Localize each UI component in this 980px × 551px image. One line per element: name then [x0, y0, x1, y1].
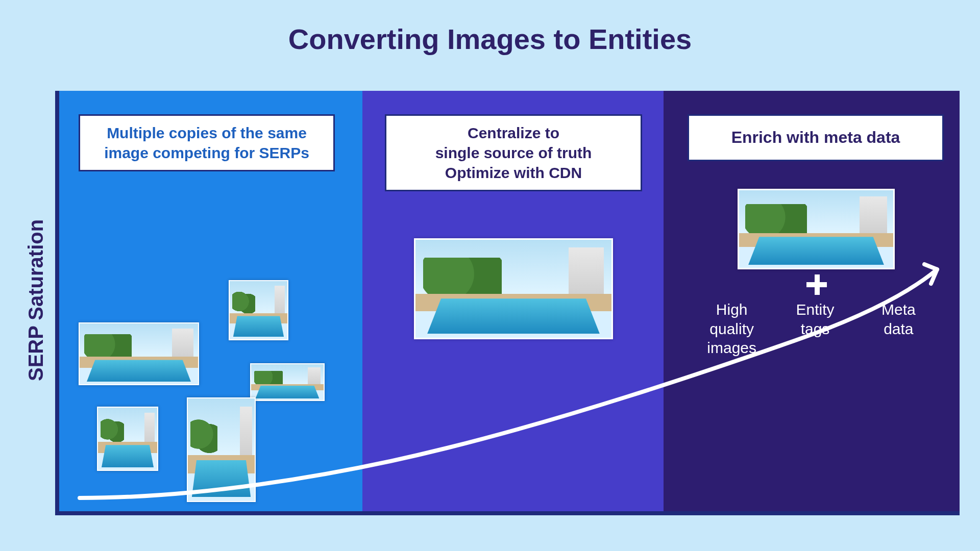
page-title: Converting Images to Entities [0, 22, 980, 56]
plus-icon [806, 274, 827, 295]
pool-thumbnail-enriched [738, 189, 895, 269]
meta-label-images: High qualityimages [690, 300, 773, 358]
y-axis-line [55, 91, 59, 515]
pool-thumbnail [250, 363, 325, 401]
pool-thumbnail [229, 280, 288, 340]
pool-thumbnail-centralized [414, 238, 613, 339]
y-axis-label: SERP Saturation [26, 91, 46, 509]
pool-thumbnail [79, 322, 199, 385]
meta-labels: High qualityimages Entitytags Metadata [690, 300, 940, 358]
meta-label-meta: Metadata [857, 300, 940, 358]
x-axis-line [55, 511, 960, 515]
panel-middle-label: Centralize to single source of truth Opt… [385, 114, 642, 191]
pool-thumbnail [97, 407, 158, 471]
pool-thumbnail [187, 397, 256, 502]
panel-middle-label-line1: Centralize to [468, 124, 559, 141]
panel-middle-label-line3: Optimize with CDN [445, 164, 582, 181]
panel-left-label: Multiple copies of the same image compet… [79, 114, 335, 171]
meta-label-entity: Entitytags [773, 300, 856, 358]
panel-middle-label-line2: single source of truth [435, 144, 592, 161]
panel-right-label: Enrich with meta data [688, 114, 944, 161]
